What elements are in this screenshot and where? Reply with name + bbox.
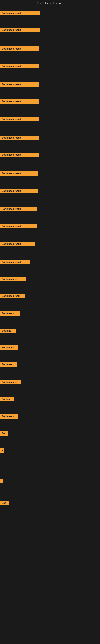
bottleneck-item[interactable]: Bottleneck result [0,117,39,121]
bottleneck-badge: Bottleneck result [0,242,35,246]
bottleneck-item[interactable]: Bottleneck r [0,345,18,350]
bottleneck-badge: B [0,448,3,453]
bottleneck-badge: Bottlene [0,329,16,333]
bottleneck-badge: Bottleneck re [0,277,26,281]
bottleneck-badge: Bottleneck resul [0,294,25,298]
site-title: TheBottlenecker.com [0,0,100,6]
bottleneck-item[interactable]: Bottleneck resul [0,294,25,298]
bottleneck-badge: Bottleneck result [0,207,37,211]
bottleneck-badge: Bottleneck result [0,11,40,16]
bottleneck-item[interactable]: Bottleneck result [0,260,30,264]
bottleneck-item[interactable]: Bottleneck result [0,136,39,140]
bottleneck-badge: Bottleneck result [0,260,30,264]
bottleneck-item[interactable]: Bottlene [0,329,16,333]
bottleneck-badge: Bottleneck [0,311,20,316]
bottleneck-item[interactable]: Bottleneck result [0,46,39,51]
bottleneck-badge: Bottleneck result [0,189,38,193]
bottleneck-badge: Bottleneck result [0,82,39,86]
bottleneck-badge: I [0,478,3,483]
bottleneck-badge: Bottleneck result [0,171,38,176]
bottleneck-badge: Bottleneck result [0,28,40,32]
bottleneck-badge: Bottleneck result [0,117,39,121]
bottleneck-badge: Bottleneck result [0,224,37,228]
bottleneck-badge: Bottlenec [0,362,17,367]
bottleneck-item[interactable]: Bottleneck result [0,11,40,16]
bottleneck-item[interactable]: Bottleneck result [0,224,37,228]
bottleneck-item[interactable]: I [0,478,3,483]
bottleneck-item[interactable]: Bottleneck result [0,152,39,157]
bottleneck-item[interactable]: Bottleneck result [0,171,38,176]
bottleneck-item[interactable]: Bottleneck result [0,99,39,104]
bottleneck-item[interactable]: Bottleneck [0,414,18,418]
bottleneck-item[interactable]: Bottleneck result [0,82,39,86]
bottleneck-item[interactable]: Bott [0,501,9,505]
bottleneck-badge: Bottleneck r [0,345,18,350]
bottleneck-badge: Bottleneck [0,414,18,418]
bottleneck-item[interactable]: Bottleneck [0,311,20,316]
bottleneck-badge: Bottleneck result [0,99,39,104]
bottleneck-badge: Bottlen [0,397,14,402]
bottleneck-badge: Bottleneck result [0,46,39,51]
bottleneck-item[interactable]: Bottleneck result [0,64,39,68]
bottleneck-item[interactable]: Bottleneck result [0,189,38,193]
bottleneck-item[interactable]: Bo [0,431,8,436]
bottleneck-item[interactable]: B [0,448,3,453]
bottleneck-badge: Bottleneck result [0,64,39,68]
bottleneck-item[interactable]: Bottleneck re [0,277,26,281]
bottleneck-item[interactable]: Bottlen [0,397,14,402]
bottleneck-badge: Bo [0,431,8,436]
bottleneck-badge: Bottleneck re [0,380,21,384]
bottleneck-badge: Bott [0,501,9,505]
bottleneck-item[interactable]: Bottlenec [0,362,17,367]
bottleneck-item[interactable]: Bottleneck re [0,380,21,384]
bottleneck-item[interactable]: Bottleneck result [0,242,35,246]
bottleneck-badge: Bottleneck result [0,152,39,157]
bottleneck-item[interactable]: Bottleneck result [0,28,40,32]
bottleneck-badge: Bottleneck result [0,136,39,140]
bottleneck-item[interactable]: Bottleneck result [0,207,37,211]
